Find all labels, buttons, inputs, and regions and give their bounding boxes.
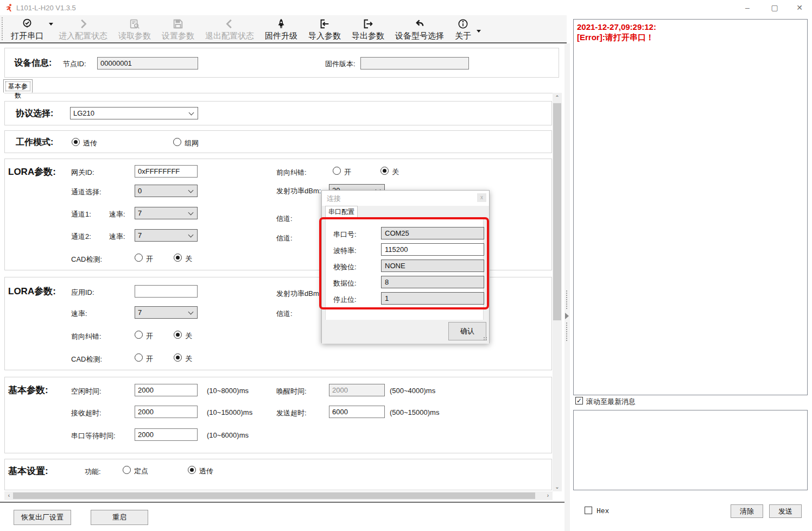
channel2-rate-label: 速率: — [109, 232, 125, 242]
toolbar-exit-config[interactable]: 退出配置状态 — [200, 15, 259, 42]
app-id-label: 应用ID: — [71, 288, 94, 298]
channel-select[interactable]: 0 — [135, 185, 198, 197]
toolbar-export-params[interactable]: 导出参数 — [346, 15, 390, 42]
toolbar-read-params[interactable]: 读取参数 — [113, 15, 156, 42]
dialog-title: 连接 — [327, 194, 341, 204]
wake-time-hint: (500~4000)ms — [390, 387, 435, 395]
vertical-scrollbar[interactable]: ⌃ ⌄ — [553, 93, 562, 491]
channel2-label: 通道2: — [71, 232, 91, 242]
gateway-id-field[interactable]: 0xFFFFFFFF — [135, 165, 198, 178]
fec2-on-label: 开 — [146, 331, 153, 341]
log-timestamp: 2021-12-27,09:29:12: — [577, 22, 804, 32]
fec1-on-label: 开 — [344, 167, 351, 177]
toolbar-set-params[interactable]: 设置参数 — [156, 15, 200, 42]
toolbar-about[interactable]: 关于 — [449, 15, 477, 42]
factory-reset-button[interactable]: 恢复出厂设置 — [14, 510, 71, 525]
tab-serial-config[interactable]: 串口配置 — [325, 206, 358, 218]
wake-time-label: 唤醒时间: — [276, 387, 307, 396]
work-mode-radio-transparent[interactable] — [72, 138, 80, 146]
channel1-rate-select[interactable]: 7 — [135, 207, 198, 219]
close-button[interactable]: ✕ — [787, 0, 812, 15]
vertical-scroll-thumb[interactable] — [553, 103, 561, 320]
protocol-select[interactable]: LG210 — [70, 107, 198, 119]
maximize-button[interactable]: ▢ — [762, 0, 787, 15]
wake-time-field: 2000 — [329, 384, 385, 396]
cad2-radio-off[interactable] — [174, 353, 182, 362]
tab-basic-params[interactable]: 基本参数 — [3, 79, 33, 93]
chevron-down-icon — [188, 309, 194, 315]
scroll-latest-checkbox[interactable]: ✓ — [575, 397, 583, 404]
scroll-left-arrow[interactable]: ‹ — [4, 492, 14, 498]
node-id-field[interactable]: 00000001 — [97, 57, 198, 69]
toolbar-device-model[interactable]: 设备型号选择 — [390, 15, 449, 42]
function-fixed-label: 定点 — [134, 466, 148, 476]
idle-time-field[interactable]: 2000 — [135, 384, 198, 396]
fec2-radio-off[interactable] — [174, 331, 182, 339]
uart-wait-field[interactable]: 2000 — [135, 428, 198, 441]
basic-params-section: 基本参数: 空闲时间: 2000 (10~8000)ms 接收超时: 2000 … — [4, 377, 552, 453]
fec2-radio-on[interactable] — [135, 331, 143, 339]
tx-timeout-field[interactable]: 6000 — [329, 406, 385, 418]
send-button[interactable]: 发送 — [769, 504, 802, 518]
scroll-up-arrow[interactable]: ⌃ — [553, 94, 562, 100]
import-params-icon — [319, 17, 331, 31]
resize-grip[interactable] — [484, 337, 488, 342]
cad1-radio-off[interactable] — [174, 254, 182, 262]
tx-power1-label: 发射功率dBm: — [276, 186, 321, 196]
work-mode-transparent-label: 透传 — [83, 138, 97, 148]
clear-button[interactable]: 清除 — [731, 504, 763, 518]
panel-splitter[interactable] — [564, 43, 570, 531]
fec2-label: 前向纠错: — [71, 332, 101, 342]
fec1-radio-off[interactable] — [380, 167, 389, 175]
tab-strip-line — [4, 93, 562, 93]
scroll-right-arrow[interactable]: › — [543, 492, 553, 498]
toolbar-firmware-upgrade[interactable]: 固件升级 — [259, 15, 303, 42]
fec1-off-label: 关 — [392, 167, 399, 177]
function-radio-fixed[interactable] — [123, 466, 131, 474]
open-port-dropdown-caret[interactable] — [49, 23, 53, 26]
function-label: 功能: — [85, 467, 101, 477]
device-info-label: 设备信息: — [14, 58, 52, 69]
restart-button[interactable]: 重启 — [91, 510, 148, 525]
hex-checkbox[interactable] — [585, 507, 592, 514]
export-params-icon — [362, 17, 374, 31]
tx-timeout-label: 发送超时: — [276, 408, 307, 418]
function-transparent-label: 透传 — [199, 466, 213, 476]
fec1-radio-on[interactable] — [333, 167, 341, 175]
fec1-label: 前向纠错: — [276, 168, 307, 178]
idle-time-label: 空闲时间: — [71, 387, 101, 396]
app-id-field[interactable] — [135, 285, 198, 298]
collapse-arrow-icon[interactable] — [565, 313, 569, 319]
protocol-label: 协议选择: — [16, 108, 53, 119]
about-dropdown-caret[interactable] — [477, 30, 481, 33]
minimize-button[interactable]: – — [735, 0, 760, 15]
rx-timeout-field[interactable]: 2000 — [135, 406, 198, 418]
work-mode-label: 工作模式: — [16, 137, 53, 148]
dialog-close-icon[interactable]: x — [477, 193, 486, 202]
protocol-section: 协议选择: LG210 — [4, 101, 552, 125]
rate2-select[interactable]: 7 — [135, 306, 198, 319]
message-log[interactable]: 2021-12-27,09:29:12: [Error]:请打开串口！ — [573, 19, 808, 395]
chevron-down-icon — [188, 210, 194, 216]
toolbar-open-port[interactable]: 打开串口 — [5, 15, 49, 42]
device-model-icon — [414, 17, 426, 31]
channel2-rate-select[interactable]: 7 — [135, 229, 198, 242]
horizontal-scrollbar[interactable]: ‹ › — [4, 491, 553, 500]
toolbar-enter-config[interactable]: 进入配置状态 — [53, 15, 113, 42]
cad-detect-label: CAD检测: — [71, 255, 102, 264]
scroll-down-arrow[interactable]: ⌄ — [553, 484, 562, 490]
confirm-button[interactable]: 确认 — [448, 322, 486, 340]
tx-timeout-hint: (500~15000)ms — [390, 408, 439, 416]
function-radio-transparent[interactable] — [188, 466, 196, 474]
send-input-area[interactable] — [573, 410, 808, 490]
toolbar: 打开串口 进入配置状态 读取参数 设置参数 退出配置状态 — [0, 15, 567, 43]
toolbar-import-params[interactable]: 导入参数 — [303, 15, 346, 42]
chevron-down-icon — [188, 188, 194, 193]
cad2-radio-on[interactable] — [135, 353, 143, 362]
cad2-off-label: 关 — [185, 354, 192, 364]
cad1-radio-on[interactable] — [135, 254, 143, 262]
firmware-version-field[interactable] — [360, 57, 469, 69]
horizontal-scroll-thumb[interactable] — [13, 492, 535, 499]
work-mode-radio-network[interactable] — [173, 138, 181, 146]
idle-time-hint: (10~8000)ms — [207, 387, 249, 395]
